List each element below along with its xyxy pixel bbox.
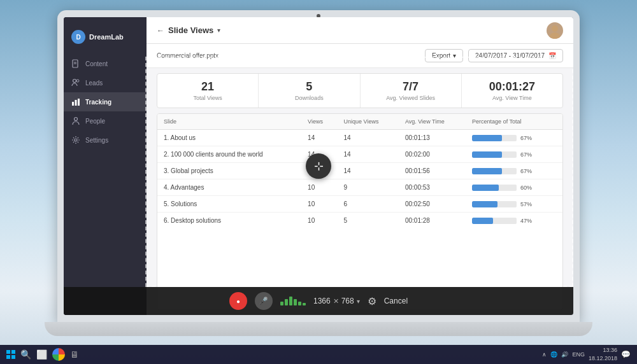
bar-fill <box>472 201 497 207</box>
pct-text: 57% <box>520 201 534 207</box>
topbar: ← Slide Views ▾ <box>147 17 573 44</box>
taskbar-multitask-icon[interactable]: ⬜ <box>36 349 47 360</box>
calendar-icon: 📅 <box>548 52 556 59</box>
laptop-screen-outer: D DreamLab Content <box>57 10 580 322</box>
cell-pct: 67% <box>466 163 562 179</box>
settings-icon-button[interactable]: ⚙ <box>368 295 376 307</box>
record-button[interactable]: ● <box>229 292 247 310</box>
file-name: Commercial offer.pptx <box>157 52 218 59</box>
cell-views: 10 <box>301 179 337 196</box>
level-bar <box>280 297 306 305</box>
svg-rect-5 <box>72 102 74 106</box>
col-pct: Percentage of Total <box>466 114 562 130</box>
back-arrow[interactable]: ← <box>157 26 164 35</box>
svg-point-11 <box>550 32 560 39</box>
sidebar-item-settings[interactable]: Settings <box>64 130 147 150</box>
stat-label-slides: Avg. Viewed Slides <box>371 95 451 101</box>
col-views: Views <box>301 114 337 130</box>
stat-total-views: 21 Total Views <box>157 74 259 108</box>
table-row: 1. About us 14 14 00:01:13 67% <box>157 130 562 146</box>
table-row: 4. Advantages 10 9 00:00:53 60% <box>157 179 562 196</box>
laptop-base <box>45 322 592 336</box>
clock-date: 18.12.2018 <box>589 354 617 363</box>
resolution-x-symbol: ✕ <box>333 297 339 305</box>
col-avg-time: Avg. View Time <box>399 114 466 130</box>
taskbar-chrome-icon[interactable] <box>52 348 65 361</box>
bar-background <box>472 201 517 207</box>
resolution-dropdown-icon[interactable]: ▾ <box>357 298 360 305</box>
cell-unique: 6 <box>338 196 399 213</box>
sidebar-label-settings: Settings <box>85 137 108 144</box>
cell-avg-time: 00:01:56 <box>399 163 466 179</box>
cell-slide: 3. Global projects <box>157 163 301 179</box>
svg-point-9 <box>75 139 77 141</box>
svg-rect-6 <box>75 100 77 106</box>
cell-slide: 1. About us <box>157 130 301 146</box>
sidebar-item-content[interactable]: Content <box>64 54 147 73</box>
export-button[interactable]: Export ▾ <box>425 49 463 62</box>
stat-label-views: Total Views <box>168 95 248 101</box>
cell-slide: 6. Desktop solutions <box>157 213 301 229</box>
laptop-screen: D DreamLab Content <box>64 17 573 315</box>
stat-value-slides: 7/7 <box>371 80 451 94</box>
bar-fill <box>472 151 502 158</box>
logo-icon: D <box>71 30 85 44</box>
level-segment <box>294 299 297 305</box>
export-dropdown-icon: ▾ <box>453 52 456 59</box>
avatar[interactable] <box>547 22 563 39</box>
bar-background <box>472 151 517 158</box>
svg-rect-7 <box>78 99 80 106</box>
title-dropdown-icon[interactable]: ▾ <box>217 27 220 34</box>
clock-time: 13:36 <box>589 346 617 354</box>
mic-button[interactable]: 🎤 <box>255 292 273 310</box>
taskbar-monitor-icon[interactable]: 🖥 <box>70 349 79 360</box>
cell-pct: 60% <box>466 179 562 196</box>
cell-unique: 14 <box>338 130 399 146</box>
pct-text: 67% <box>520 135 534 141</box>
sidebar-item-leads[interactable]: Leads <box>64 73 147 92</box>
windows-taskbar: 🔍 ⬜ 🖥 ∧ 🌐 🔊 ENG 13:36 18.12.2018 💬 <box>0 345 637 364</box>
tray-chevron[interactable]: ∧ <box>542 351 547 358</box>
stat-avg-slides: 7/7 Avg. Viewed Slides <box>361 74 462 108</box>
cell-avg-time: 00:02:00 <box>399 146 466 163</box>
stat-avg-time: 00:01:27 Avg. View Time <box>462 74 562 108</box>
person-icon <box>71 116 80 125</box>
bar-fill <box>472 185 499 191</box>
sidebar-logo: D DreamLab <box>64 25 147 54</box>
move-cursor-icon: ⊹ <box>306 153 331 179</box>
taskbar-search-icon[interactable]: 🔍 <box>20 349 31 360</box>
sidebar-item-people[interactable]: People <box>64 111 147 130</box>
cell-avg-time: 00:01:28 <box>399 213 466 229</box>
windows-start-button[interactable] <box>6 350 15 359</box>
topbar-left: ← Slide Views ▾ <box>157 25 220 35</box>
app-container: D DreamLab Content <box>64 17 573 315</box>
sidebar-label-tracking: Tracking <box>85 99 111 106</box>
date-picker[interactable]: 24/07/2017 - 31/07/2017 📅 <box>468 49 563 62</box>
cell-pct: 67% <box>466 146 562 163</box>
cell-unique: 5 <box>338 213 399 229</box>
cancel-button[interactable]: Cancel <box>384 297 408 305</box>
sidebar: D DreamLab Content <box>64 17 147 315</box>
cell-slide: 5. Solutions <box>157 196 301 213</box>
stat-value-downloads: 5 <box>269 80 349 94</box>
stat-label-downloads: Downloads <box>269 95 349 101</box>
cell-avg-time: 00:01:13 <box>399 130 466 146</box>
tray-notif[interactable]: 💬 <box>621 350 631 359</box>
gear-icon <box>71 136 80 144</box>
table-row: 2. 100 000 clients around the world 14 1… <box>157 146 562 163</box>
cell-slide: 4. Advantages <box>157 179 301 196</box>
cell-unique: 14 <box>338 163 399 179</box>
tray-volume[interactable]: 🔊 <box>561 351 568 358</box>
bar-background <box>472 185 517 191</box>
cell-pct: 47% <box>466 213 562 229</box>
table-row: 6. Desktop solutions 10 5 00:01:28 47% <box>157 213 562 229</box>
resolution-height: 768 <box>341 297 354 305</box>
taskbar-right-icons: ∧ 🌐 🔊 ENG 13:36 18.12.2018 💬 <box>542 346 631 362</box>
level-segment <box>285 299 288 305</box>
pct-text: 67% <box>520 151 534 158</box>
level-segment <box>280 302 283 305</box>
bar-background <box>472 168 517 174</box>
sidebar-item-tracking[interactable]: Tracking <box>64 92 147 111</box>
cell-avg-time: 00:02:50 <box>399 196 466 213</box>
col-slide: Slide <box>157 114 301 130</box>
